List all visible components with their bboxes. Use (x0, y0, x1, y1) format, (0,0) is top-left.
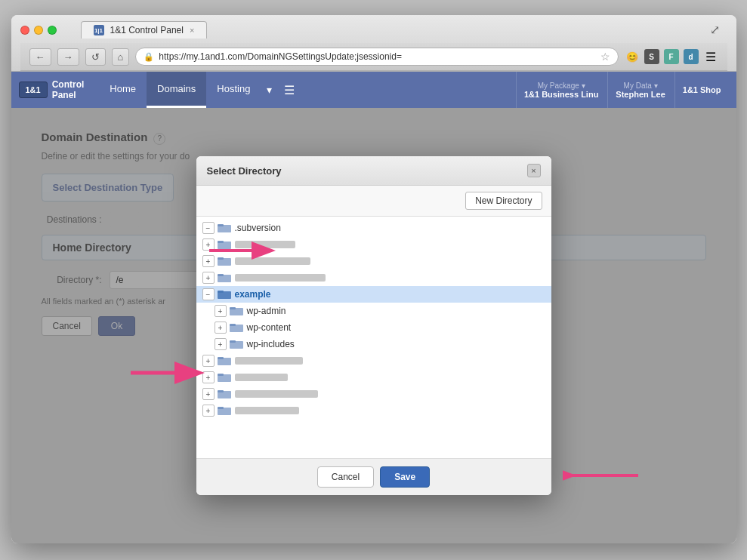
folder-icon-12 (218, 405, 231, 416)
modal-toolbar: New Directory (196, 186, 551, 217)
toggle-item4[interactable]: + (202, 272, 215, 284)
folder-icon-10 (218, 372, 231, 383)
svg-rect-21 (218, 374, 224, 376)
label-wp-content: wp-content (247, 322, 292, 333)
reload-button[interactable]: ↺ (85, 48, 106, 66)
nav-right: My Package ▾ 1&1 Business Linu My Data ▾… (516, 72, 736, 108)
label-blurred-10 (235, 374, 288, 381)
folder-icon-example (218, 289, 231, 300)
folder-icon-9 (218, 355, 231, 366)
modal-footer: Cancel Save (196, 458, 551, 495)
tree-item-wp-includes[interactable]: + wp-includes (196, 336, 551, 352)
toggle-wp-admin[interactable]: + (215, 305, 227, 317)
label-blurred-4 (235, 274, 326, 282)
extension-icon-2[interactable]: F (664, 49, 679, 64)
address-text: https://my.1and1.com/DomainNGSettingsUpd… (159, 51, 402, 62)
nav-home[interactable]: Home (99, 72, 147, 108)
brand-name: Control Panel (52, 79, 85, 101)
nav-shop[interactable]: 1&1 Shop (674, 72, 729, 108)
lock-icon: 🔒 (144, 52, 154, 62)
folder-icon-wp-admin (230, 306, 243, 316)
modal-title: Select Directory (207, 165, 282, 177)
label-wp-includes: wp-includes (247, 339, 295, 349)
nav-hosting[interactable]: Hosting (206, 72, 261, 108)
folder-icon-4 (218, 272, 231, 283)
modal-overlay: Select Directory × New Directory − (11, 108, 736, 543)
smiley-icon[interactable]: 😊 (625, 49, 640, 64)
toggle-item9[interactable]: + (202, 355, 215, 367)
page-content: Domain Destination ? Define or edit the … (11, 108, 736, 543)
label-wp-admin: wp-admin (247, 306, 286, 316)
nav-my-package[interactable]: My Package ▾ 1&1 Business Linu (516, 72, 606, 108)
modal-save-button[interactable]: Save (380, 466, 430, 488)
tree-item-subversion[interactable]: − .subversion (196, 220, 551, 236)
tree-item-10[interactable]: + (196, 369, 551, 386)
modal-close-button[interactable]: × (527, 164, 541, 177)
nav-my-data[interactable]: My Data ▾ Stephen Lee (607, 72, 672, 108)
extension-icon-3[interactable]: d (684, 49, 699, 64)
label-blurred-11 (235, 390, 318, 398)
forward-button[interactable]: → (57, 48, 79, 66)
right-arrow-indicator (563, 464, 638, 489)
svg-rect-19 (218, 357, 224, 359)
label-blurred-12 (235, 407, 299, 414)
svg-rect-11 (218, 291, 224, 293)
browser-tab[interactable]: 1|1 1&1 Control Panel × (81, 21, 208, 38)
toolbar-icons: 😊 S F d ☰ (625, 49, 718, 64)
more-nav-icon[interactable]: ▾ (261, 84, 278, 96)
toggle-example[interactable]: − (202, 288, 215, 300)
title-bar: 1|1 1&1 Control Panel × ⤢ ← → ↺ ⌂ 🔒 http… (11, 15, 736, 72)
tab-title: 1&1 Control Panel (110, 25, 184, 35)
folder-icon-wp-content (230, 322, 243, 333)
close-traffic-light[interactable] (20, 26, 29, 35)
tree-item-wp-admin[interactable]: + wp-admin (196, 303, 551, 319)
toggle-subversion[interactable]: − (202, 222, 215, 234)
minimize-traffic-light[interactable] (34, 26, 43, 35)
svg-rect-23 (218, 390, 224, 392)
toggle-wp-content[interactable]: + (215, 322, 227, 334)
tree-item-9[interactable]: + (196, 352, 551, 369)
maximize-traffic-light[interactable] (48, 26, 57, 35)
svg-rect-13 (230, 307, 236, 309)
svg-rect-3 (218, 224, 224, 226)
traffic-lights (20, 26, 57, 35)
new-directory-button[interactable]: New Directory (465, 192, 542, 210)
tree-item-12[interactable]: + (196, 402, 551, 419)
bookmark-icon[interactable]: ☆ (600, 51, 610, 63)
back-button[interactable]: ← (29, 48, 51, 66)
tree-item-4[interactable]: + (196, 269, 551, 286)
modal-cancel-button[interactable]: Cancel (317, 466, 374, 488)
toolbar: ← → ↺ ⌂ 🔒 https://my.1and1.com/DomainNGS… (20, 43, 727, 71)
tree-item-11[interactable]: + (196, 386, 551, 402)
expand-button[interactable]: ⤢ (710, 23, 727, 37)
select-directory-modal: Select Directory × New Directory − (196, 156, 551, 495)
toggle-wp-includes[interactable]: + (215, 338, 227, 350)
menu-icon[interactable]: ☰ (703, 49, 718, 64)
toggle-item11[interactable]: + (202, 388, 215, 400)
nav-menu: 1&1 Control Panel Home Domains Hosting ▾… (11, 72, 736, 108)
home-button[interactable]: ⌂ (112, 48, 130, 66)
svg-rect-17 (230, 340, 236, 343)
toggle-item12[interactable]: + (202, 405, 215, 417)
folder-icon-subversion (218, 223, 231, 233)
folder-icon-11 (218, 389, 231, 399)
label-blurred-9 (235, 357, 303, 365)
modal-header: Select Directory × (196, 156, 551, 186)
tree-item-example[interactable]: − example (196, 286, 551, 303)
tab-close-button[interactable]: × (190, 26, 194, 35)
svg-rect-15 (230, 324, 236, 326)
folder-icon-wp-includes (230, 339, 243, 349)
tab-favicon: 1|1 (94, 25, 104, 35)
right-arrow-svg (563, 464, 638, 487)
tree-item-wp-content[interactable]: + wp-content (196, 319, 551, 336)
svg-rect-25 (218, 407, 224, 409)
extension-icon-1[interactable]: S (644, 49, 659, 64)
label-example: example (235, 289, 271, 300)
svg-rect-9 (218, 274, 224, 276)
label-subversion: .subversion (235, 223, 281, 233)
left-arrow-indicator (209, 239, 277, 262)
address-bar[interactable]: 🔒 https://my.1and1.com/DomainNGSettingsU… (135, 48, 618, 66)
nav-domains[interactable]: Domains (147, 72, 206, 108)
toggle-item10[interactable]: + (202, 371, 215, 383)
hamburger-nav-icon[interactable]: ☰ (278, 83, 301, 97)
